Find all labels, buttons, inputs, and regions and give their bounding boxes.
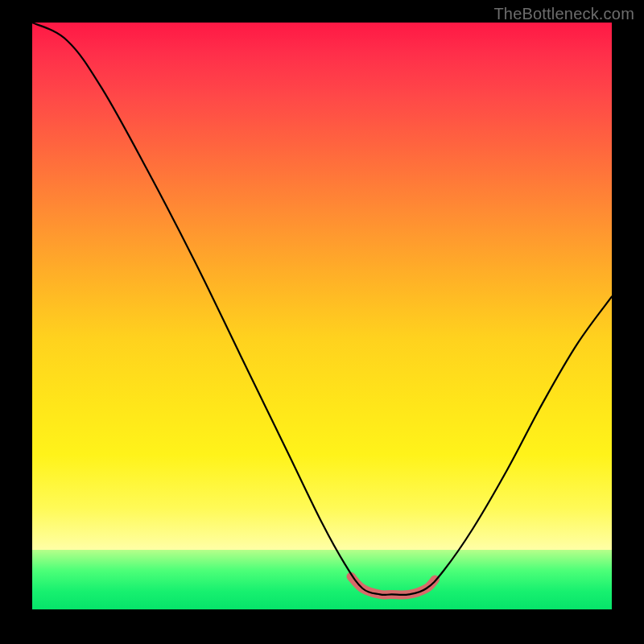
- optimal-region-highlight: [351, 576, 435, 595]
- chart-frame: TheBottleneck.com: [0, 0, 644, 644]
- plot-area: [32, 23, 612, 618]
- curve-layer: [32, 23, 612, 618]
- watermark-label: TheBottleneck.com: [493, 5, 634, 23]
- bottleneck-curve: [32, 23, 612, 595]
